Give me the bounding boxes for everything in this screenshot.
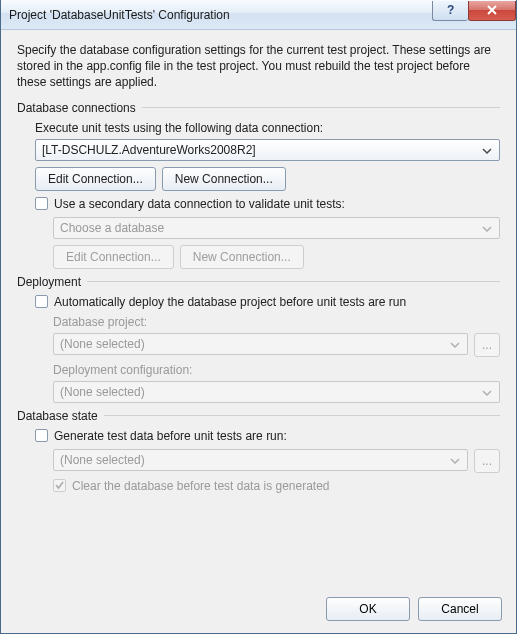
cancel-button[interactable]: Cancel [418,597,502,621]
dialog-window: Project 'DatabaseUnitTests' Configuratio… [0,0,517,634]
svg-text:?: ? [447,4,454,16]
group-deployment: Deployment [17,275,500,289]
deployment-config-value: (None selected) [60,385,479,399]
help-button[interactable]: ? [432,1,468,21]
browse-test-data-button: ... [474,449,500,473]
database-project-label: Database project: [53,315,500,329]
divider [104,415,500,416]
chevron-down-icon [479,143,495,157]
group-database-connections: Database connections [17,101,500,115]
primary-connection-value: [LT-DSCHULZ.AdventureWorks2008R2] [42,143,479,157]
secondary-new-connection-button: New Connection... [180,245,304,269]
secondary-connection-dropdown: Choose a database [53,217,500,239]
clear-database-label: Clear the database before test data is g… [72,479,330,493]
close-icon [486,5,498,15]
window-title: Project 'DatabaseUnitTests' Configuratio… [9,8,432,22]
new-connection-button[interactable]: New Connection... [162,167,286,191]
chevron-down-icon [447,337,463,351]
browse-database-project-button: ... [474,333,500,357]
ok-button[interactable]: OK [326,597,410,621]
auto-deploy-checkbox[interactable] [35,295,48,308]
divider [142,107,500,108]
primary-connection-dropdown[interactable]: [LT-DSCHULZ.AdventureWorks2008R2] [35,139,500,161]
intro-text: Specify the database configuration setti… [17,42,500,91]
execute-connection-label: Execute unit tests using the following d… [35,121,500,135]
auto-deploy-label: Automatically deploy the database projec… [54,295,406,309]
generate-test-data-checkbox[interactable] [35,429,48,442]
test-data-plan-value: (None selected) [60,453,447,467]
test-data-plan-dropdown: (None selected) [53,449,468,471]
database-project-value: (None selected) [60,337,447,351]
chevron-down-icon [479,385,495,399]
deployment-config-dropdown: (None selected) [53,381,500,403]
secondary-connection-label: Use a secondary data connection to valid… [54,197,345,211]
dialog-body: Specify the database configuration setti… [1,30,516,587]
edit-connection-button[interactable]: Edit Connection... [35,167,156,191]
group-label-text: Database connections [17,101,136,115]
chevron-down-icon [447,453,463,467]
titlebar: Project 'DatabaseUnitTests' Configuratio… [1,0,516,30]
secondary-edit-connection-button: Edit Connection... [53,245,174,269]
deployment-config-label: Deployment configuration: [53,363,500,377]
help-icon: ? [446,4,456,16]
dialog-footer: OK Cancel [1,587,516,633]
group-label-text: Database state [17,409,98,423]
database-project-dropdown: (None selected) [53,333,468,355]
secondary-connection-value: Choose a database [60,221,479,235]
group-database-state: Database state [17,409,500,423]
group-label-text: Deployment [17,275,81,289]
chevron-down-icon [479,221,495,235]
secondary-connection-checkbox[interactable] [35,197,48,210]
generate-test-data-label: Generate test data before unit tests are… [54,429,287,443]
clear-database-checkbox [53,479,66,492]
divider [87,281,500,282]
close-button[interactable] [468,1,516,21]
